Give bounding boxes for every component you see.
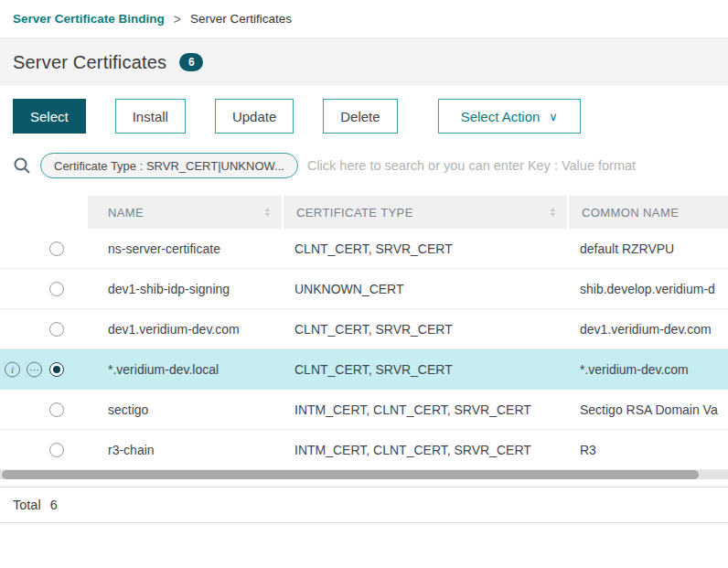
row-select-cell bbox=[0, 430, 88, 469]
table-row[interactable]: dev1.veridium-dev.comCLNT_CERT, SRVR_CER… bbox=[0, 309, 728, 349]
table-footer: Total 6 bbox=[0, 487, 728, 523]
table-row[interactable]: dev1-shib-idp-signingUNKNOWN_CERTshib.de… bbox=[0, 269, 728, 309]
sort-icon[interactable] bbox=[264, 207, 271, 218]
scrollbar-thumb[interactable] bbox=[2, 470, 699, 479]
table-row[interactable]: sectigoINTM_CERT, CLNT_CERT, SRVR_CERTSe… bbox=[0, 390, 728, 430]
filter-chip[interactable]: Certificate Type : SRVR_CERT|UNKNOW... bbox=[40, 153, 298, 178]
header-name-label: NAME bbox=[108, 206, 144, 220]
row-select-cell bbox=[0, 229, 88, 268]
row-select-cell bbox=[0, 309, 88, 348]
row-radio[interactable] bbox=[49, 241, 64, 256]
header-common-name[interactable]: COMMON NAME bbox=[567, 196, 728, 229]
cell-certificate-type: INTM_CERT, CLNT_CERT, SRVR_CERT bbox=[282, 402, 567, 417]
sort-icon[interactable] bbox=[550, 207, 556, 218]
table-row[interactable]: ns-server-certificateCLNT_CERT, SRVR_CER… bbox=[0, 229, 728, 269]
certificates-table: NAME CERTIFICATE TYPE COMMON NAME ns-ser… bbox=[0, 196, 728, 470]
page-title: Server Certificates bbox=[13, 52, 166, 73]
header-name[interactable]: NAME bbox=[88, 196, 282, 229]
row-radio[interactable] bbox=[49, 322, 64, 337]
row-select-cell: i⋯ bbox=[0, 349, 88, 389]
update-button[interactable]: Update bbox=[215, 99, 294, 134]
toolbar: Select Install Update Delete Select Acti… bbox=[0, 99, 728, 134]
cell-certificate-type: UNKNOWN_CERT bbox=[282, 282, 567, 296]
cell-common-name: *.veridium-dev.com bbox=[567, 362, 728, 377]
header-certificate-type[interactable]: CERTIFICATE TYPE bbox=[282, 196, 567, 229]
cell-common-name: shib.develop.veridium-d bbox=[567, 282, 728, 296]
row-radio[interactable] bbox=[49, 282, 64, 296]
search-icon bbox=[13, 156, 31, 175]
breadcrumb-separator-icon: > bbox=[174, 12, 181, 27]
search-bar: Certificate Type : SRVR_CERT|UNKNOW... bbox=[0, 150, 728, 181]
cell-certificate-type: INTM_CERT, CLNT_CERT, SRVR_CERT bbox=[282, 443, 567, 457]
cell-common-name: dev1.veridium-dev.com bbox=[567, 322, 728, 337]
row-radio[interactable] bbox=[49, 443, 64, 457]
cell-common-name: R3 bbox=[567, 443, 728, 457]
table-row[interactable]: i⋯*.veridium-dev.localCLNT_CERT, SRVR_CE… bbox=[0, 349, 728, 390]
page-header: Server Certificates 6 bbox=[0, 38, 728, 86]
chevron-down-icon: ∨ bbox=[549, 110, 558, 123]
cell-certificate-type: CLNT_CERT, SRVR_CERT bbox=[282, 362, 567, 377]
select-button[interactable]: Select bbox=[13, 99, 86, 134]
cell-name: *.veridium-dev.local bbox=[88, 362, 282, 377]
horizontal-scrollbar bbox=[0, 470, 728, 479]
cell-name: dev1-shib-idp-signing bbox=[88, 282, 282, 296]
count-badge: 6 bbox=[179, 53, 203, 71]
table-header: NAME CERTIFICATE TYPE COMMON NAME bbox=[0, 196, 728, 229]
cell-name: sectigo bbox=[88, 402, 282, 417]
table-row[interactable]: r3-chainINTM_CERT, CLNT_CERT, SRVR_CERTR… bbox=[0, 430, 728, 470]
breadcrumb-current: Server Certificates bbox=[190, 12, 292, 26]
select-action-button[interactable]: Select Action ∨ bbox=[438, 99, 581, 134]
cell-name: ns-server-certificate bbox=[88, 241, 282, 256]
total-value: 6 bbox=[50, 498, 58, 512]
cell-certificate-type: CLNT_CERT, SRVR_CERT bbox=[282, 322, 567, 337]
cell-name: dev1.veridium-dev.com bbox=[88, 322, 282, 337]
cell-common-name: default RZRVPU bbox=[567, 241, 728, 256]
search-input[interactable] bbox=[307, 158, 715, 173]
cell-name: r3-chain bbox=[88, 443, 282, 457]
total-label: Total bbox=[13, 498, 41, 512]
breadcrumb-link-server-certificate-binding[interactable]: Server Certificate Binding bbox=[13, 12, 165, 26]
delete-button[interactable]: Delete bbox=[323, 99, 397, 134]
header-certificate-type-label: CERTIFICATE TYPE bbox=[296, 206, 413, 220]
info-icon[interactable]: i bbox=[5, 361, 20, 377]
cell-certificate-type: CLNT_CERT, SRVR_CERT bbox=[282, 241, 567, 256]
select-action-label: Select Action bbox=[461, 109, 541, 124]
row-radio[interactable] bbox=[49, 402, 64, 417]
header-common-name-label: COMMON NAME bbox=[582, 206, 679, 220]
cell-common-name: Sectigo RSA Domain Va bbox=[567, 402, 728, 417]
row-radio[interactable] bbox=[49, 362, 64, 377]
row-select-cell bbox=[0, 390, 88, 429]
ellipsis-icon[interactable]: ⋯ bbox=[27, 361, 42, 377]
row-select-cell bbox=[0, 269, 88, 308]
table-body: ns-server-certificateCLNT_CERT, SRVR_CER… bbox=[0, 229, 728, 470]
install-button[interactable]: Install bbox=[115, 99, 186, 134]
breadcrumb: Server Certificate Binding > Server Cert… bbox=[0, 0, 728, 38]
server-certificates-page: Server Certificate Binding > Server Cert… bbox=[0, 0, 728, 568]
header-select-column bbox=[0, 196, 88, 229]
